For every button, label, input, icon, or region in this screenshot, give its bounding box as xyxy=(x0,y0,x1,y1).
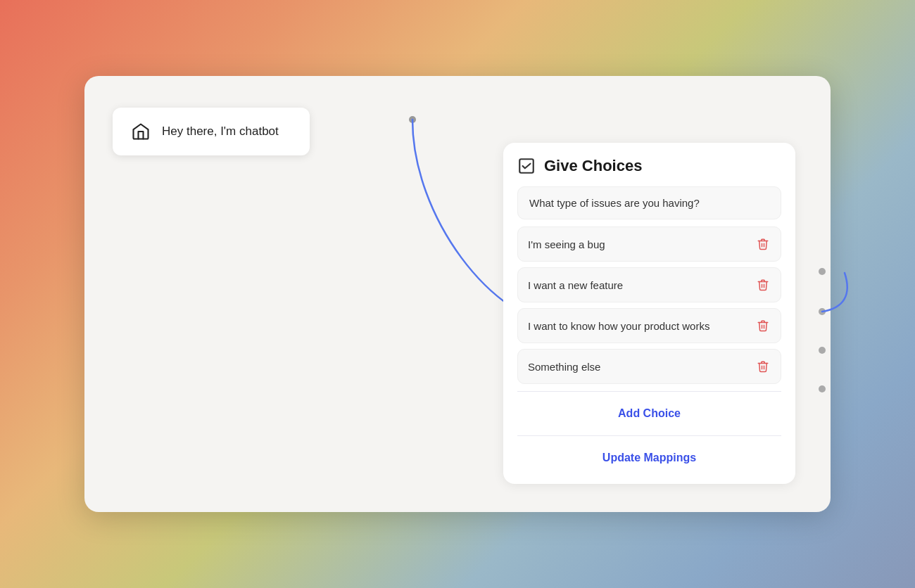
svg-point-5 xyxy=(819,385,826,392)
choices-panel: Give Choices What type of issues are you… xyxy=(503,143,795,484)
divider-2 xyxy=(517,435,781,436)
choice-text-3: I want to know how your product works xyxy=(528,320,709,332)
svg-point-3 xyxy=(819,308,826,315)
panel-title: Give Choices xyxy=(544,157,642,175)
choice-item-2: I want a new feature xyxy=(517,267,781,302)
delete-choice-3-button[interactable] xyxy=(755,318,771,333)
choice-item-4: Something else xyxy=(517,349,781,384)
home-icon xyxy=(130,120,152,143)
delete-choice-4-button[interactable] xyxy=(755,359,771,374)
divider-1 xyxy=(517,391,781,392)
choice-item-3: I want to know how your product works xyxy=(517,308,781,343)
chatbot-message: Hey there, I'm chatbot xyxy=(162,124,279,139)
question-box: What type of issues are you having? xyxy=(517,186,781,219)
delete-choice-1-button[interactable] xyxy=(755,236,771,252)
checkbox-icon xyxy=(517,157,536,175)
update-mappings-button[interactable]: Update Mappings xyxy=(517,443,781,473)
panel-header: Give Choices xyxy=(517,157,781,175)
chatbot-bubble: Hey there, I'm chatbot xyxy=(113,108,310,155)
svg-point-2 xyxy=(819,268,826,275)
choice-text-1: I'm seeing a bug xyxy=(528,238,605,250)
add-choice-button[interactable]: Add Choice xyxy=(517,399,781,428)
choice-text-4: Something else xyxy=(528,361,600,373)
delete-choice-2-button[interactable] xyxy=(755,277,771,293)
question-text: What type of issues are you having? xyxy=(529,197,700,209)
choice-item-1: I'm seeing a bug xyxy=(517,226,781,262)
svg-point-0 xyxy=(409,116,416,123)
svg-point-4 xyxy=(819,347,826,354)
choice-text-2: I want a new feature xyxy=(528,279,623,291)
main-canvas: Hey there, I'm chatbot xyxy=(84,76,831,512)
